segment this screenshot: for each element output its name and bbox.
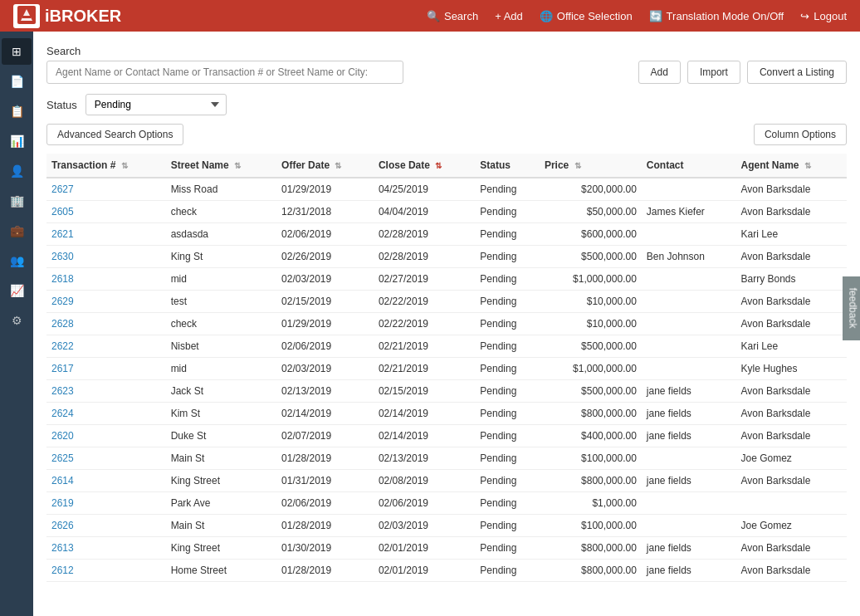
add-button[interactable]: Add	[638, 61, 681, 84]
search-icon: 🔍	[427, 10, 440, 22]
sidebar-item-transactions[interactable]: 💼	[2, 218, 32, 244]
status-select[interactable]: Pending Active Closed All	[86, 94, 227, 115]
cell-transaction[interactable]: 2619	[46, 492, 166, 515]
nav-translation[interactable]: 🔄 Translation Mode On/Off	[649, 10, 784, 22]
cell-agent: Kari Lee	[735, 223, 847, 246]
transaction-link[interactable]: 2619	[51, 497, 74, 509]
transaction-link[interactable]: 2605	[51, 206, 74, 218]
cell-price: $10,000.00	[540, 313, 642, 335]
cell-price: $1,000.00	[540, 492, 642, 515]
transaction-link[interactable]: 2613	[51, 542, 74, 554]
transaction-link[interactable]: 2626	[51, 520, 74, 531]
cell-transaction[interactable]: 2629	[46, 291, 166, 313]
convert-button[interactable]: Convert a Listing	[747, 61, 847, 84]
transaction-link[interactable]: 2618	[51, 273, 74, 285]
sidebar-item-documents[interactable]: 📄	[2, 68, 32, 95]
cell-transaction[interactable]: 2621	[46, 223, 166, 246]
cell-transaction[interactable]: 2622	[46, 335, 166, 358]
cell-status: Pending	[475, 403, 540, 425]
cell-transaction[interactable]: 2628	[46, 313, 166, 335]
cell-close-date: 02/22/2019	[374, 313, 475, 335]
nav-search[interactable]: 🔍 Search	[427, 10, 478, 22]
nav-logout[interactable]: ↪ Logout	[800, 10, 847, 22]
cell-agent: Kari Lee	[735, 335, 847, 358]
transaction-link[interactable]: 2629	[51, 296, 74, 307]
import-button[interactable]: Import	[687, 61, 740, 84]
sidebar-item-analytics[interactable]: 📈	[2, 277, 32, 304]
cell-transaction[interactable]: 2618	[46, 268, 166, 291]
translation-icon: 🔄	[649, 10, 662, 22]
transaction-link[interactable]: 2623	[51, 385, 74, 397]
transaction-link[interactable]: 2624	[51, 408, 74, 419]
col-contact[interactable]: Contact	[642, 154, 736, 178]
col-status[interactable]: Status	[475, 154, 540, 178]
sidebar-item-office[interactable]: 🏢	[2, 188, 32, 214]
sidebar-item-reports[interactable]: 📊	[2, 128, 32, 154]
col-price[interactable]: Price ⇅	[540, 154, 642, 178]
action-buttons: Add Import Convert a Listing	[638, 61, 847, 84]
cell-contact: jane fields	[642, 380, 736, 403]
transaction-link[interactable]: 2617	[51, 363, 74, 374]
search-input[interactable]	[46, 61, 403, 84]
cell-transaction[interactable]: 2626	[46, 515, 166, 537]
cell-transaction[interactable]: 2627	[46, 178, 166, 201]
transaction-link[interactable]: 2621	[51, 228, 74, 240]
sidebar-item-contacts[interactable]: 👤	[2, 158, 32, 184]
col-agent[interactable]: Agent Name ⇅	[735, 154, 847, 178]
column-options-button[interactable]: Column Options	[754, 124, 847, 145]
transaction-link[interactable]: 2627	[51, 183, 74, 195]
table-row: 2617 mid 02/03/2019 02/21/2019 Pending $…	[46, 358, 847, 380]
search-label: Search	[46, 45, 847, 57]
advanced-search-button[interactable]: Advanced Search Options	[46, 124, 183, 145]
transaction-link[interactable]: 2620	[51, 430, 74, 442]
cell-transaction[interactable]: 2630	[46, 246, 166, 268]
sidebar-item-settings[interactable]: ⚙	[2, 307, 32, 334]
cell-price: $800,000.00	[540, 537, 642, 560]
cell-agent: Avon Barksdale	[735, 380, 847, 403]
sidebar-item-listings[interactable]: 📋	[2, 98, 32, 125]
col-close-date[interactable]: Close Date ⇅	[374, 154, 475, 178]
cell-transaction[interactable]: 2620	[46, 425, 166, 447]
transaction-link[interactable]: 2612	[51, 565, 74, 576]
cell-transaction[interactable]: 2614	[46, 470, 166, 492]
cell-transaction[interactable]: 2625	[46, 447, 166, 470]
status-label: Status	[46, 99, 77, 111]
transaction-link[interactable]: 2625	[51, 452, 74, 464]
sort-icon-street: ⇅	[234, 161, 241, 170]
transactions-table: Transaction # ⇅ Street Name ⇅ Offer Date…	[46, 154, 847, 582]
col-transaction[interactable]: Transaction # ⇅	[46, 154, 166, 178]
cell-transaction[interactable]: 2612	[46, 560, 166, 582]
nav-items: 🔍 Search + Add 🌐 Office Selection 🔄 Tran…	[427, 10, 847, 22]
col-offer-date[interactable]: Offer Date ⇅	[276, 154, 374, 178]
table-row: 2620 Duke St 02/07/2019 02/14/2019 Pendi…	[46, 425, 847, 447]
app-logo[interactable]: iBROKER	[13, 4, 121, 28]
cell-offer-date: 12/31/2018	[276, 201, 374, 223]
cell-transaction[interactable]: 2613	[46, 537, 166, 560]
nav-office[interactable]: 🌐 Office Selection	[540, 10, 633, 22]
transaction-link[interactable]: 2630	[51, 251, 74, 262]
cell-status: Pending	[475, 335, 540, 358]
cell-close-date: 02/21/2019	[374, 358, 475, 380]
cell-status: Pending	[475, 358, 540, 380]
nav-add[interactable]: + Add	[495, 10, 523, 22]
cell-transaction[interactable]: 2624	[46, 403, 166, 425]
feedback-tab[interactable]: feedback	[843, 276, 860, 340]
transaction-link[interactable]: 2628	[51, 318, 74, 330]
cell-offer-date: 01/30/2019	[276, 537, 374, 560]
cell-transaction[interactable]: 2605	[46, 201, 166, 223]
cell-street: test	[166, 291, 276, 313]
transaction-link[interactable]: 2614	[51, 475, 74, 486]
nav-search-label: Search	[444, 10, 478, 22]
cell-transaction[interactable]: 2617	[46, 358, 166, 380]
cell-contact: jane fields	[642, 425, 736, 447]
table-row: 2626 Main St 01/28/2019 02/03/2019 Pendi…	[46, 515, 847, 537]
cell-close-date: 02/01/2019	[374, 537, 475, 560]
sidebar-item-agents[interactable]: 👥	[2, 247, 32, 274]
col-street[interactable]: Street Name ⇅	[166, 154, 276, 178]
sidebar-item-dashboard[interactable]: ⊞	[2, 38, 32, 65]
cell-agent: Avon Barksdale	[735, 470, 847, 492]
cell-transaction[interactable]: 2623	[46, 380, 166, 403]
transaction-link[interactable]: 2622	[51, 340, 74, 352]
cell-status: Pending	[475, 201, 540, 223]
table-row: 2622 Nisbet 02/06/2019 02/21/2019 Pendin…	[46, 335, 847, 358]
